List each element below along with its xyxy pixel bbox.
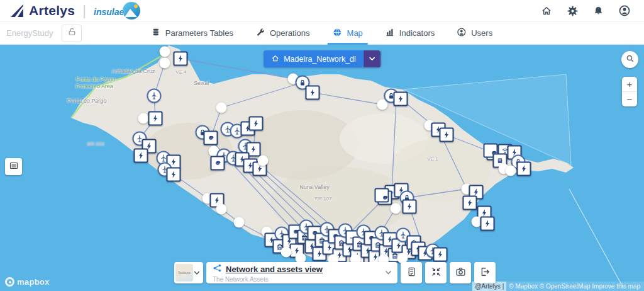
app-window: Artelys | insulae EnergyStudy Parameters…: [0, 0, 644, 291]
tab-label: Indicators: [399, 28, 435, 38]
insulae-wordmark: insulae: [94, 7, 124, 17]
mapbox-wordmark: mapbox: [17, 277, 50, 287]
marker-substation[interactable]: [249, 117, 264, 131]
study-lock-button[interactable]: [62, 25, 82, 42]
marker-substation[interactable]: [433, 248, 448, 262]
unlock-icon: [67, 27, 77, 39]
tab-label: Users: [471, 28, 492, 38]
network-selector-caret-button[interactable]: [364, 50, 380, 67]
report-button[interactable]: [401, 262, 422, 283]
map-attribution: @Artelys | © Mapbox © OpenStreetMap Impr…: [472, 282, 644, 291]
tab-users[interactable]: Users: [457, 22, 492, 44]
study-bar: EnergyStudy Parameters Tables Operations…: [0, 22, 644, 45]
basemap-thumbnail: Toulouse: [175, 264, 193, 282]
marker-substation[interactable]: [440, 128, 454, 142]
map-canvas[interactable]: Achadas da CruzPonta do PargoProtected A…: [0, 44, 644, 291]
marker-hydro-coil[interactable]: [211, 156, 225, 171]
marker-node[interactable]: [234, 217, 245, 228]
zoom-control: + −: [622, 77, 637, 106]
tab-operations[interactable]: Operations: [256, 22, 310, 44]
network-selector: Madeira_Network_dl: [264, 50, 380, 67]
notifications-bell-icon[interactable]: [593, 6, 604, 16]
export-button[interactable]: [474, 262, 496, 283]
settings-gear-icon[interactable]: [567, 6, 578, 16]
home-icon[interactable]: [541, 5, 552, 16]
search-icon: [625, 54, 635, 66]
marker-hydro-coil[interactable]: [204, 131, 218, 146]
home-icon: [271, 54, 279, 64]
network-name: Madeira_Network_dl: [284, 55, 356, 64]
view-selector[interactable]: Network and assets view The Network Asse…: [206, 262, 397, 283]
tab-label: Operations: [270, 28, 310, 38]
export-icon: [480, 266, 491, 280]
marker-substation[interactable]: [463, 196, 477, 210]
marker-substation[interactable]: [402, 200, 417, 214]
marker-substation[interactable]: [174, 52, 188, 66]
tab-map[interactable]: Map: [333, 22, 363, 44]
list-icon: [9, 161, 19, 173]
bar-chart-icon: [386, 28, 394, 38]
collapse-arrows-icon: [431, 266, 441, 280]
marker-node[interactable]: [216, 204, 227, 215]
marker-substation[interactable]: [480, 217, 495, 231]
mapbox-logo[interactable]: mapbox: [5, 277, 50, 287]
mapbox-icon: [5, 277, 14, 287]
user-icon: [457, 28, 466, 38]
marker-node[interactable]: [391, 203, 401, 214]
marker-node[interactable]: [506, 166, 516, 176]
marker-node[interactable]: [258, 156, 269, 166]
study-name: EnergyStudy: [6, 28, 53, 38]
tab-label: Map: [347, 28, 363, 38]
artelys-triangle-icon: [10, 4, 24, 18]
network-selector-button[interactable]: Madeira_Network_dl: [264, 50, 364, 67]
database-icon: [152, 28, 160, 38]
attribution-links[interactable]: © Mapbox © OpenStreetMap Improve this ma…: [506, 282, 644, 291]
insulae-logo: insulae: [94, 1, 140, 20]
marker-wind-turbine[interactable]: [147, 89, 162, 103]
basemap-thumb-label: Toulouse: [178, 271, 191, 275]
brand-name: Artelys: [29, 3, 75, 18]
marker-substation[interactable]: [517, 162, 531, 176]
tab-indicators[interactable]: Indicators: [386, 22, 435, 44]
globe-icon: [333, 28, 342, 39]
tab-label: Parameters Tables: [165, 28, 233, 38]
artelys-logo: Artelys: [10, 3, 75, 18]
marker-node[interactable]: [160, 47, 170, 57]
collapse-view-button[interactable]: [425, 262, 447, 283]
device-form-icon: [406, 266, 417, 280]
map-search-button[interactable]: [621, 51, 638, 68]
marker-substation[interactable]: [148, 111, 163, 126]
chevron-down-icon: [369, 56, 375, 62]
zoom-in-button[interactable]: +: [622, 77, 637, 91]
top-bar: Artelys | insulae: [0, 0, 644, 22]
main-tabs: Parameters Tables Operations Map Indicat…: [152, 22, 492, 44]
marker-hydro-coil[interactable]: [378, 191, 392, 205]
brand-divider: |: [82, 3, 86, 19]
header-actions: [541, 5, 634, 16]
view-toolbar: Toulouse Network and assets view The Net…: [174, 262, 496, 283]
marker-node[interactable]: [138, 113, 149, 124]
zoom-out-button[interactable]: −: [622, 92, 637, 106]
marker-node[interactable]: [216, 103, 227, 113]
account-avatar-icon[interactable]: [619, 5, 630, 16]
marker-substation[interactable]: [394, 92, 408, 106]
marker-substation[interactable]: [306, 86, 320, 100]
marker-node[interactable]: [160, 58, 170, 69]
legend-toggle-button[interactable]: [5, 158, 22, 175]
basemap-style-button[interactable]: Toulouse: [174, 262, 203, 283]
marker-substation[interactable]: [167, 168, 181, 182]
camera-icon: [455, 266, 466, 280]
marker-substation[interactable]: [134, 149, 148, 163]
marker-node[interactable]: [281, 247, 292, 258]
insulae-globe-icon: [123, 2, 140, 20]
screenshot-button[interactable]: [450, 262, 471, 283]
asset-markers-layer: [0, 44, 644, 291]
tab-parameters-tables[interactable]: Parameters Tables: [152, 22, 233, 44]
chevron-down-icon: [194, 270, 200, 276]
wrench-icon: [256, 28, 265, 38]
view-subtitle: The Network Assets: [213, 276, 381, 283]
share-network-icon: [213, 263, 222, 275]
chevron-down-icon: [385, 270, 392, 276]
view-title: Network and assets view: [226, 265, 323, 274]
